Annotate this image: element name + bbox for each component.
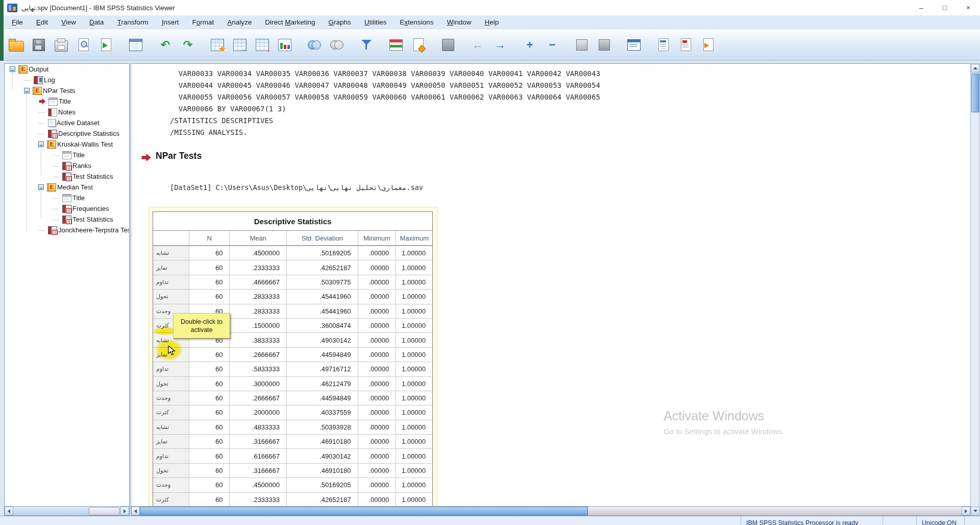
value-labels-button[interactable] xyxy=(386,34,406,56)
previous-output-button[interactable]: ← xyxy=(468,34,488,56)
outline-item-log[interactable]: Log xyxy=(5,75,129,85)
outline-item-label: Descriptive Statistics xyxy=(58,130,119,137)
outline-item-notes[interactable]: Notes xyxy=(5,107,129,117)
goto-case-button[interactable]: ★ xyxy=(207,34,228,56)
npar-tests-heading[interactable]: NPar Tests xyxy=(156,151,202,161)
open-data-button[interactable] xyxy=(6,34,27,56)
scroll-left-button[interactable] xyxy=(5,507,13,515)
title-icon xyxy=(62,194,71,202)
menu-window[interactable]: Window xyxy=(440,17,478,28)
maximize-button[interactable]: □ xyxy=(933,0,957,15)
outline-horizontal-scrollbar[interactable] xyxy=(5,506,129,515)
menu-data[interactable]: Data xyxy=(83,17,111,28)
collapse-toggle[interactable] xyxy=(10,66,15,72)
close-button[interactable]: × xyxy=(957,0,980,15)
scroll-down-button[interactable] xyxy=(971,507,979,515)
insert-heading-icon xyxy=(658,38,669,51)
outline-item-title[interactable]: Title xyxy=(5,193,129,203)
demote-button[interactable]: − xyxy=(542,34,562,56)
menu-direct-marketing[interactable]: Direct Marketing xyxy=(258,17,322,28)
row-label: وحدت xyxy=(153,391,189,405)
row-label: تحول xyxy=(153,290,189,303)
scroll-right-button[interactable] xyxy=(962,507,970,515)
menu-view[interactable]: View xyxy=(55,17,83,28)
menu-format[interactable]: Format xyxy=(185,17,220,28)
scrollbar-thumb[interactable] xyxy=(140,507,588,515)
scrollbar-thumb[interactable] xyxy=(971,74,979,112)
outline-item-ranks[interactable]: Ranks xyxy=(5,160,129,171)
outline-item-output[interactable]: Output xyxy=(5,64,129,75)
descriptive-statistics-table[interactable]: Descriptive StatisticsNMeanStd. Deviatio… xyxy=(153,211,433,516)
scrollbar-track[interactable] xyxy=(971,73,979,507)
tree-connector xyxy=(38,133,45,134)
menu-edit[interactable]: Edit xyxy=(30,17,55,28)
title-icon xyxy=(48,98,58,106)
menu-file[interactable]: File xyxy=(5,17,30,28)
expand-output-button[interactable] xyxy=(572,34,592,56)
insert-title-button[interactable] xyxy=(676,34,696,56)
table-cell: .00000 xyxy=(358,260,396,274)
export-button[interactable] xyxy=(96,34,116,56)
title-bar[interactable]: نهایی.spv [Document1] - IBM SPSS Statist… xyxy=(0,0,980,16)
menu-insert[interactable]: Insert xyxy=(155,17,186,28)
table-cell: .2833333 xyxy=(229,290,286,303)
recall-dialogs-button[interactable] xyxy=(126,34,146,56)
notes-icon xyxy=(48,108,57,116)
select-cases-button[interactable] xyxy=(327,34,347,56)
output-horizontal-scrollbar[interactable] xyxy=(131,506,970,515)
scrollbar-track[interactable] xyxy=(588,507,962,515)
weight-cases-button[interactable] xyxy=(356,34,377,56)
minimize-button[interactable]: – xyxy=(910,0,933,15)
outline-item-descriptive-statistics[interactable]: Descriptive Statistics xyxy=(5,128,129,139)
table-row: تحول60.2833333.45441960.000001.00000 xyxy=(153,289,432,303)
outline-item-label: Title xyxy=(72,151,85,159)
menu-analyze[interactable]: Analyze xyxy=(220,17,258,28)
variables-button[interactable]: ↓ xyxy=(252,34,273,56)
promote-button[interactable]: + xyxy=(520,34,540,56)
table-cell: .00000 xyxy=(358,493,396,507)
next-output-button[interactable]: → xyxy=(490,34,510,56)
redo-button[interactable]: ↷ xyxy=(178,34,198,56)
outline-item-title[interactable]: Title xyxy=(5,150,129,160)
scroll-right-button[interactable] xyxy=(120,507,129,515)
outline-item-jonckheere-terpstra-test[interactable]: Jonckheere-Terpstra Test xyxy=(5,225,129,235)
show-results-button[interactable] xyxy=(438,34,458,56)
outline-item-active-dataset[interactable]: Active Dataset xyxy=(5,117,129,128)
row-label: تحول xyxy=(153,464,189,478)
goto-variable-button[interactable]: → xyxy=(230,34,250,56)
menu-help[interactable]: Help xyxy=(478,17,505,28)
menu-extensions[interactable]: Extensions xyxy=(393,17,440,28)
designate-window-button[interactable] xyxy=(698,34,719,56)
pivot-table-canvas[interactable]: Descriptive StatisticsNMeanStd. Deviatio… xyxy=(149,207,437,516)
menu-transform[interactable]: Transform xyxy=(111,17,155,28)
scroll-left-button[interactable] xyxy=(131,507,140,515)
outline-item-npar-tests[interactable]: NPar Tests xyxy=(5,85,129,96)
tree-connector xyxy=(38,230,45,231)
undo-button[interactable]: ↶ xyxy=(155,34,176,56)
collapse-output-button[interactable] xyxy=(594,34,615,56)
insert-heading-button[interactable] xyxy=(653,34,674,56)
outline-item-frequencies[interactable]: Frequencies xyxy=(5,203,129,214)
find-button[interactable] xyxy=(275,34,295,56)
outline-item-median-test[interactable]: Median Test xyxy=(5,182,129,193)
scroll-up-button[interactable] xyxy=(971,64,979,73)
scrollbar-track[interactable] xyxy=(13,507,120,515)
menu-graphs[interactable]: Graphs xyxy=(322,17,358,28)
menu-utilities[interactable]: Utilities xyxy=(358,17,394,28)
outline-item-kruskal-wallis-test[interactable]: Kruskal-Wallis Test xyxy=(5,139,129,150)
output-pane[interactable]: VAR00033 VAR00034 VAR00035 VAR00036 VAR0… xyxy=(131,63,971,516)
output-vertical-scrollbar[interactable] xyxy=(970,63,979,516)
outline-item-test-statistics[interactable]: Test Statistics xyxy=(5,214,129,225)
print-preview-button[interactable] xyxy=(74,34,94,56)
scrollbar-thumb[interactable] xyxy=(89,507,119,515)
outline-pane[interactable]: OutputLogNPar TestsTitleNotesActive Data… xyxy=(4,63,130,516)
outline-item-title[interactable]: Title xyxy=(5,96,129,107)
print-button[interactable] xyxy=(51,34,71,56)
split-file-button[interactable] xyxy=(304,34,325,56)
save-button[interactable] xyxy=(29,34,49,56)
use-variable-sets-button[interactable] xyxy=(408,34,429,56)
outline-item-test-statistics[interactable]: Test Statistics xyxy=(5,171,129,182)
table-cell: 60 xyxy=(189,435,230,448)
row-label: تمايز xyxy=(153,435,189,448)
show-hide-button[interactable] xyxy=(624,34,644,56)
